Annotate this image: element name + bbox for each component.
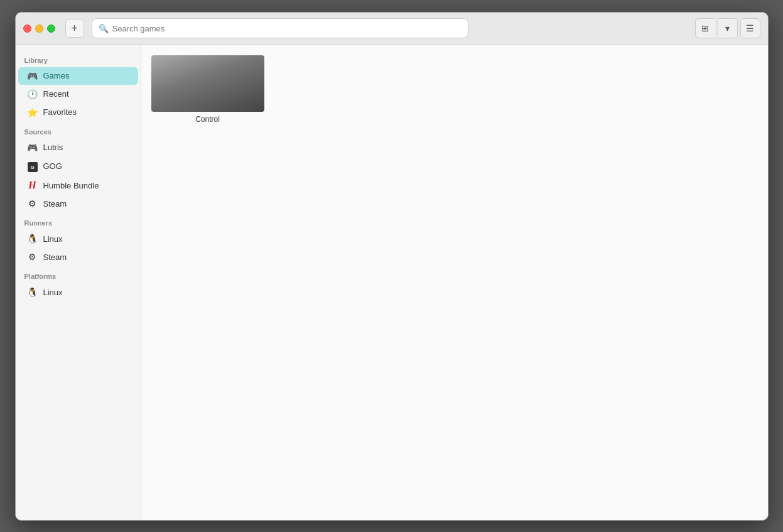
sources-section-label: Sources (16, 122, 141, 138)
steam-source-icon: ⚙ (27, 198, 38, 209)
add-game-button[interactable]: + (65, 19, 84, 38)
game-cover-art (151, 55, 264, 112)
clock-icon: 🕐 (27, 89, 38, 99)
sidebar: Library 🎮 Games 🕐 Recent ⭐ Favorites Sou… (16, 45, 141, 520)
list-view-button[interactable]: ☰ (740, 18, 760, 38)
sidebar-item-steam-runner-label: Steam (43, 252, 67, 262)
maximize-button[interactable] (47, 24, 55, 33)
dropdown-button[interactable]: ▾ (718, 18, 738, 38)
grid-icon: ⊞ (701, 23, 709, 33)
traffic-lights (23, 24, 55, 33)
sidebar-item-favorites-label: Favorites (43, 107, 77, 117)
linux-runner-icon: 🐧 (27, 234, 38, 244)
sidebar-item-recent-label: Recent (43, 89, 69, 99)
platforms-section-label: Platforms (16, 266, 141, 283)
main-content: Control (141, 45, 768, 520)
sidebar-item-humble-bundle[interactable]: H Humble Bundle (18, 176, 138, 194)
sidebar-item-gog-label: GOG (43, 161, 62, 171)
library-section-label: Library (16, 50, 141, 67)
minimize-button[interactable] (35, 24, 43, 33)
plus-icon: + (71, 22, 78, 35)
gamepad-icon: 🎮 (27, 71, 38, 81)
chevron-down-icon: ▾ (725, 23, 730, 33)
sidebar-item-recent[interactable]: 🕐 Recent (18, 85, 138, 103)
runners-section-label: Runners (16, 213, 141, 229)
sidebar-item-steam-runner[interactable]: ⚙ Steam (18, 248, 138, 266)
sidebar-item-lutris[interactable]: 🎮 Lutris (18, 139, 138, 156)
humble-icon: H (27, 180, 38, 190)
game-cover-control (151, 55, 264, 112)
titlebar: + 🔍 ⊞ ▾ ☰ (16, 13, 768, 45)
sidebar-item-gog[interactable]: G GOG (18, 157, 138, 176)
search-input[interactable] (112, 24, 462, 33)
sidebar-item-linux-runner-label: Linux (43, 234, 63, 244)
games-grid: Control (151, 55, 758, 124)
linux-platform-icon: 🐧 (27, 287, 38, 297)
sidebar-item-linux-platform[interactable]: 🐧 Linux (18, 283, 138, 301)
lutris-icon: 🎮 (27, 143, 38, 153)
star-icon: ⭐ (27, 107, 38, 117)
content-area: Library 🎮 Games 🕐 Recent ⭐ Favorites Sou… (16, 45, 768, 520)
game-card-control[interactable]: Control (151, 55, 264, 124)
grid-view-button[interactable]: ⊞ (695, 18, 715, 38)
sidebar-item-games[interactable]: 🎮 Games (18, 67, 138, 85)
sidebar-item-steam-source[interactable]: ⚙ Steam (18, 195, 138, 212)
list-icon: ☰ (746, 23, 754, 33)
sidebar-item-steam-source-label: Steam (43, 199, 67, 209)
search-icon: 🔍 (99, 24, 109, 33)
sidebar-item-favorites[interactable]: ⭐ Favorites (18, 104, 138, 121)
app-window: + 🔍 ⊞ ▾ ☰ Library 🎮 Games (15, 12, 769, 521)
search-bar: 🔍 (92, 18, 468, 38)
close-button[interactable] (23, 24, 31, 33)
sidebar-item-linux-runner[interactable]: 🐧 Linux (18, 230, 138, 247)
sidebar-item-games-label: Games (43, 71, 70, 80)
toolbar-right: ⊞ ▾ ☰ (695, 18, 760, 38)
steam-runner-icon: ⚙ (27, 252, 38, 262)
sidebar-item-lutris-label: Lutris (43, 143, 63, 152)
game-title-control: Control (195, 115, 220, 124)
sidebar-item-linux-platform-label: Linux (43, 288, 63, 297)
sidebar-item-humble-label: Humble Bundle (43, 181, 99, 190)
gog-icon: G (27, 161, 38, 173)
